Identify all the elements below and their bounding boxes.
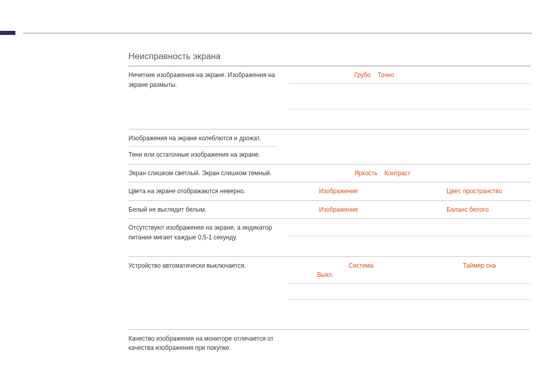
solution-block-empty [289,109,530,125]
solution-cell [283,219,530,256]
solution-block-empty [289,283,530,300]
symptom-cell: Отсутствуют изображения на экране, а инд… [128,219,283,256]
symptom-cell: Белый не выглядит белым. [128,201,283,219]
menu-link: Баланс белого [447,206,489,213]
solution-text: . [489,206,490,213]
solution-cell: Выберите Изображение и настройте парамет… [283,201,530,219]
page: Неисправность экрана Нечеткие изображени… [0,0,555,392]
symptom-cell: Цвета на экране отображаются неверно. [128,182,283,200]
symptom-cell: Экран слишком светлый. Экран слишком тем… [128,164,283,182]
solution-text: . [410,170,411,177]
solution-block-empty [289,83,530,109]
top-rule [23,33,532,33]
solution-cell [283,330,530,357]
symptom-text: Тени или остаточные изображения на экран… [128,146,278,160]
symptom-cell: Устройство автоматически выключается. [128,257,283,329]
solution-text: . [334,271,335,278]
menu-link: Цвет. пространство [447,188,502,195]
accent-bar [0,31,15,35]
symptom-cell: Нечеткие изображения на экране. Изображе… [128,66,283,129]
menu-link: Изображение [319,206,358,213]
menu-link: Выкл. [317,271,334,278]
solution-text: и убедитесь, что для функции [374,262,463,269]
solution-cell: Выберите Изображение и настройте парамет… [283,182,530,200]
table-row: Цвета на экране отображаются неверно. Вы… [128,182,530,200]
solution-block-empty [289,223,530,236]
solution-cell: Настройте параметры Грубо и Точно. [283,66,530,129]
solution-block-empty [289,134,530,156]
table-row: Экран слишком светлый. Экран слишком тем… [128,164,530,182]
menu-link: Система [348,262,373,269]
table-row: Отсутствуют изображения на экране, а инд… [128,218,530,256]
table-row: Изображения на экране колеблются и дрожа… [128,129,530,163]
solution-text: Настройте параметры [289,170,354,177]
table-row: Нечеткие изображения на экране. Изображе… [128,66,530,129]
solution-text: Выберите [289,206,319,213]
solution-cell: Перейдите в раздел Система и убедитесь, … [283,257,530,329]
solution-text: . [502,188,504,195]
symptom-text: Изображения на экране колеблются и дрожа… [128,134,278,143]
solution-text: и настройте параметры меню [358,188,447,195]
solution-text: и настройте параметры меню [358,206,447,213]
solution-cell: Настройте параметры Яркость и Контраст. [283,164,530,182]
section-title: Неисправность экрана [128,51,220,62]
solution-text: . [394,71,396,79]
menu-link: Грубо [354,71,371,79]
solution-block-empty [289,299,530,325]
menu-link: Изображение [319,188,358,195]
table-row: Белый не выглядит белым. Выберите Изобра… [128,200,530,219]
menu-link: Контраст [384,170,410,177]
solution-block-empty [289,236,530,252]
table-row: Устройство автоматически выключается. Пе… [128,256,530,329]
solution-text: Перейдите в раздел [289,262,348,269]
solution-text: Выберите [289,188,319,195]
menu-link: Точно [378,71,394,79]
menu-link: Таймер сна [463,262,496,269]
menu-link: Яркость [354,170,377,177]
solution-cell [283,129,530,163]
table-row: Качество изображения на мониторе отличае… [128,329,530,357]
solution-text: и [378,170,384,177]
solution-text: Настройте параметры [289,71,354,79]
troubleshoot-table: Нечеткие изображения на экране. Изображе… [128,66,530,357]
solution-text: и [371,71,377,79]
symptom-cell: Изображения на экране колеблются и дрожа… [128,129,283,163]
symptom-cell: Качество изображения на мониторе отличае… [128,330,283,357]
